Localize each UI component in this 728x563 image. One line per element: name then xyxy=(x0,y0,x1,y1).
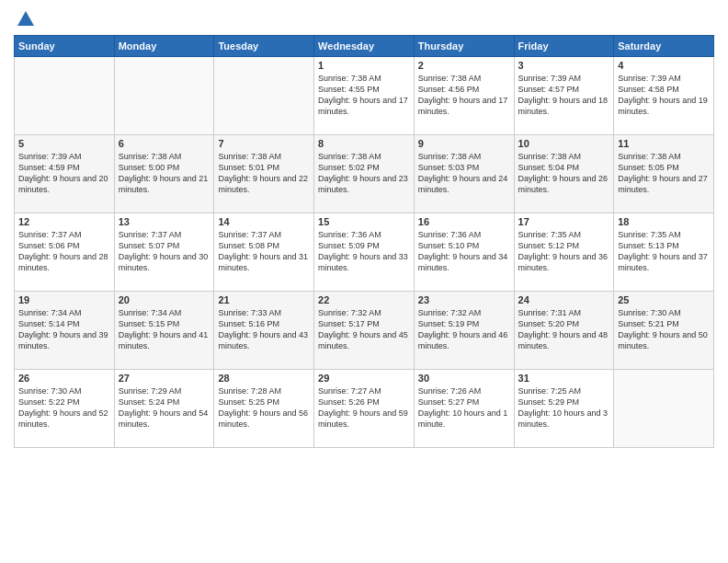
day-info: Sunrise: 7:34 AM Sunset: 5:14 PM Dayligh… xyxy=(18,307,110,352)
day-number: 16 xyxy=(418,216,510,227)
weekday-header: Thursday xyxy=(414,36,514,57)
calendar-cell: 19Sunrise: 7:34 AM Sunset: 5:14 PM Dayli… xyxy=(15,292,115,370)
day-info: Sunrise: 7:38 AM Sunset: 5:04 PM Dayligh… xyxy=(518,151,610,196)
day-number: 6 xyxy=(119,138,210,149)
day-number: 29 xyxy=(318,373,410,384)
day-number: 4 xyxy=(618,60,710,71)
day-number: 20 xyxy=(119,294,210,305)
day-info: Sunrise: 7:38 AM Sunset: 5:02 PM Dayligh… xyxy=(318,151,410,196)
day-number: 1 xyxy=(318,60,410,71)
calendar-page: SundayMondayTuesdayWednesdayThursdayFrid… xyxy=(0,0,728,563)
calendar-cell: 8Sunrise: 7:38 AM Sunset: 5:02 PM Daylig… xyxy=(314,135,415,213)
calendar-cell: 10Sunrise: 7:38 AM Sunset: 5:04 PM Dayli… xyxy=(514,135,614,213)
calendar-cell: 31Sunrise: 7:25 AM Sunset: 5:29 PM Dayli… xyxy=(514,370,614,448)
weekday-header: Monday xyxy=(114,36,214,57)
day-info: Sunrise: 7:36 AM Sunset: 5:09 PM Dayligh… xyxy=(318,229,410,274)
calendar-week-row: 1Sunrise: 7:38 AM Sunset: 4:55 PM Daylig… xyxy=(15,57,714,135)
calendar-cell: 17Sunrise: 7:35 AM Sunset: 5:12 PM Dayli… xyxy=(514,213,614,292)
day-number: 28 xyxy=(218,373,310,384)
day-info: Sunrise: 7:37 AM Sunset: 5:06 PM Dayligh… xyxy=(18,229,110,274)
calendar-cell: 27Sunrise: 7:29 AM Sunset: 5:24 PM Dayli… xyxy=(114,370,214,448)
calendar-cell: 13Sunrise: 7:37 AM Sunset: 5:07 PM Dayli… xyxy=(114,213,214,292)
day-number: 5 xyxy=(18,138,110,149)
day-info: Sunrise: 7:39 AM Sunset: 4:58 PM Dayligh… xyxy=(618,73,710,118)
calendar-cell: 28Sunrise: 7:28 AM Sunset: 5:25 PM Dayli… xyxy=(214,370,314,448)
day-info: Sunrise: 7:36 AM Sunset: 5:10 PM Dayligh… xyxy=(418,229,510,274)
day-number: 26 xyxy=(18,373,110,384)
calendar-cell: 21Sunrise: 7:33 AM Sunset: 5:16 PM Dayli… xyxy=(214,292,314,370)
weekday-header: Friday xyxy=(514,36,614,57)
day-number: 9 xyxy=(418,138,510,149)
day-number: 25 xyxy=(618,294,710,305)
calendar-week-row: 5Sunrise: 7:39 AM Sunset: 4:59 PM Daylig… xyxy=(15,135,714,213)
day-number: 12 xyxy=(18,216,110,227)
day-number: 21 xyxy=(218,294,310,305)
day-info: Sunrise: 7:26 AM Sunset: 5:27 PM Dayligh… xyxy=(418,385,510,431)
calendar-cell: 12Sunrise: 7:37 AM Sunset: 5:06 PM Dayli… xyxy=(15,213,115,292)
day-number: 15 xyxy=(318,216,410,227)
calendar-cell: 2Sunrise: 7:38 AM Sunset: 4:56 PM Daylig… xyxy=(414,57,514,135)
day-number: 11 xyxy=(618,138,710,149)
day-info: Sunrise: 7:32 AM Sunset: 5:19 PM Dayligh… xyxy=(418,307,510,352)
calendar-cell: 15Sunrise: 7:36 AM Sunset: 5:09 PM Dayli… xyxy=(314,213,415,292)
day-number: 17 xyxy=(518,216,610,227)
day-info: Sunrise: 7:34 AM Sunset: 5:15 PM Dayligh… xyxy=(119,307,210,352)
day-info: Sunrise: 7:29 AM Sunset: 5:24 PM Dayligh… xyxy=(119,385,210,431)
calendar-cell xyxy=(614,370,714,448)
day-number: 10 xyxy=(518,138,610,149)
day-info: Sunrise: 7:33 AM Sunset: 5:16 PM Dayligh… xyxy=(218,307,310,352)
day-number: 18 xyxy=(618,216,710,227)
day-info: Sunrise: 7:30 AM Sunset: 5:21 PM Dayligh… xyxy=(618,307,710,352)
calendar-cell: 9Sunrise: 7:38 AM Sunset: 5:03 PM Daylig… xyxy=(414,135,514,213)
calendar-week-row: 26Sunrise: 7:30 AM Sunset: 5:22 PM Dayli… xyxy=(15,370,714,448)
calendar-cell: 26Sunrise: 7:30 AM Sunset: 5:22 PM Dayli… xyxy=(15,370,115,448)
calendar-cell: 25Sunrise: 7:30 AM Sunset: 5:21 PM Dayli… xyxy=(614,292,714,370)
day-info: Sunrise: 7:31 AM Sunset: 5:20 PM Dayligh… xyxy=(518,307,610,352)
calendar-cell: 23Sunrise: 7:32 AM Sunset: 5:19 PM Dayli… xyxy=(414,292,514,370)
calendar-cell: 18Sunrise: 7:35 AM Sunset: 5:13 PM Dayli… xyxy=(614,213,714,292)
day-info: Sunrise: 7:37 AM Sunset: 5:07 PM Dayligh… xyxy=(119,229,210,274)
day-number: 8 xyxy=(318,138,410,149)
calendar-cell: 30Sunrise: 7:26 AM Sunset: 5:27 PM Dayli… xyxy=(414,370,514,448)
day-number: 2 xyxy=(418,60,510,71)
day-number: 24 xyxy=(518,294,610,305)
day-number: 22 xyxy=(318,294,410,305)
day-info: Sunrise: 7:28 AM Sunset: 5:25 PM Dayligh… xyxy=(218,385,310,431)
day-info: Sunrise: 7:37 AM Sunset: 5:08 PM Dayligh… xyxy=(218,229,310,274)
day-number: 27 xyxy=(119,373,210,384)
day-info: Sunrise: 7:38 AM Sunset: 5:03 PM Dayligh… xyxy=(418,151,510,196)
calendar-cell: 16Sunrise: 7:36 AM Sunset: 5:10 PM Dayli… xyxy=(414,213,514,292)
day-number: 3 xyxy=(518,60,610,71)
day-number: 31 xyxy=(518,373,610,384)
weekday-header: Tuesday xyxy=(214,36,314,57)
weekday-header: Saturday xyxy=(614,36,714,57)
svg-marker-0 xyxy=(17,11,34,26)
calendar-table: SundayMondayTuesdayWednesdayThursdayFrid… xyxy=(14,35,714,448)
day-info: Sunrise: 7:32 AM Sunset: 5:17 PM Dayligh… xyxy=(318,307,410,352)
calendar-cell: 29Sunrise: 7:27 AM Sunset: 5:26 PM Dayli… xyxy=(314,370,415,448)
calendar-cell: 24Sunrise: 7:31 AM Sunset: 5:20 PM Dayli… xyxy=(514,292,614,370)
calendar-cell: 11Sunrise: 7:38 AM Sunset: 5:05 PM Dayli… xyxy=(614,135,714,213)
calendar-cell: 7Sunrise: 7:38 AM Sunset: 5:01 PM Daylig… xyxy=(214,135,314,213)
calendar-cell: 5Sunrise: 7:39 AM Sunset: 4:59 PM Daylig… xyxy=(15,135,115,213)
calendar-week-row: 12Sunrise: 7:37 AM Sunset: 5:06 PM Dayli… xyxy=(15,213,714,292)
day-number: 14 xyxy=(218,216,310,227)
day-info: Sunrise: 7:39 AM Sunset: 4:57 PM Dayligh… xyxy=(518,73,610,118)
calendar-week-row: 19Sunrise: 7:34 AM Sunset: 5:14 PM Dayli… xyxy=(15,292,714,370)
calendar-cell: 1Sunrise: 7:38 AM Sunset: 4:55 PM Daylig… xyxy=(314,57,415,135)
calendar-cell: 6Sunrise: 7:38 AM Sunset: 5:00 PM Daylig… xyxy=(114,135,214,213)
calendar-cell: 14Sunrise: 7:37 AM Sunset: 5:08 PM Dayli… xyxy=(214,213,314,292)
calendar-cell: 4Sunrise: 7:39 AM Sunset: 4:58 PM Daylig… xyxy=(614,57,714,135)
day-number: 7 xyxy=(218,138,310,149)
day-info: Sunrise: 7:38 AM Sunset: 5:00 PM Dayligh… xyxy=(119,151,210,196)
calendar-header-row: SundayMondayTuesdayWednesdayThursdayFrid… xyxy=(15,36,714,57)
calendar-cell: 3Sunrise: 7:39 AM Sunset: 4:57 PM Daylig… xyxy=(514,57,614,135)
day-info: Sunrise: 7:39 AM Sunset: 4:59 PM Dayligh… xyxy=(18,151,110,196)
day-info: Sunrise: 7:30 AM Sunset: 5:22 PM Dayligh… xyxy=(18,385,110,431)
day-info: Sunrise: 7:38 AM Sunset: 5:05 PM Dayligh… xyxy=(618,151,710,196)
day-info: Sunrise: 7:27 AM Sunset: 5:26 PM Dayligh… xyxy=(318,385,410,431)
logo-icon xyxy=(16,9,36,29)
day-info: Sunrise: 7:25 AM Sunset: 5:29 PM Dayligh… xyxy=(518,385,610,431)
calendar-cell xyxy=(15,57,115,135)
day-number: 30 xyxy=(418,373,510,384)
